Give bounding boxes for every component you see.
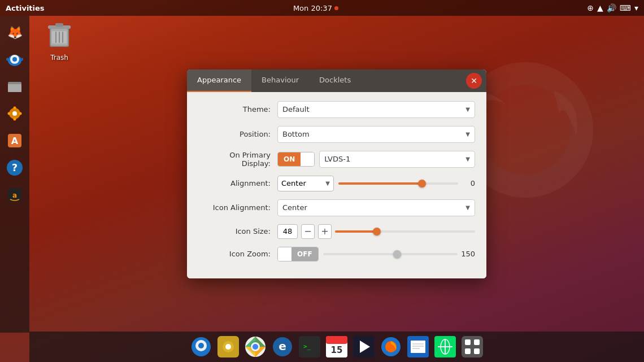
position-row: Position: Bottom ▼ [198,126,475,143]
icon-zoom-toggle[interactable]: OFF [277,247,319,261]
primary-display-toggle[interactable]: ON [277,152,315,167]
svg-text:a: a [12,191,17,199]
svg-point-10 [8,112,11,115]
record-indicator [334,6,338,10]
alignment-slider-fill [338,182,422,185]
svg-rect-61 [474,339,480,345]
sidebar-icon-amazon[interactable]: a [3,183,27,207]
sidebar-icon-firefox[interactable]: 🦊 [3,20,27,44]
chevron-down-icon: ▼ [465,131,470,137]
chevron-down-icon: ▼ [325,180,330,186]
svg-point-2 [12,57,17,62]
tab-behaviour[interactable]: Behaviour [251,69,309,92]
icon-size-value: 48 [277,224,298,239]
dock-icon-internet-explorer[interactable]: e [270,334,295,359]
sidebar-icon-appstore[interactable]: A [3,129,27,152]
alignment-control: Center ▼ 0 [277,176,475,191]
svg-point-11 [19,112,22,115]
monitor-select[interactable]: LVDS-1 ▼ [319,151,475,168]
primary-display-control: ON LVDS-1 ▼ [277,151,475,168]
icon-size-plus-button[interactable]: + [318,224,332,239]
alignment-slider-track[interactable] [338,182,458,185]
theme-select[interactable]: Default ▼ [277,101,475,118]
power-icon[interactable]: ▾ [634,3,638,12]
zoom-toggle-left [278,247,291,261]
svg-point-9 [14,118,16,121]
system-tray: ⊕ ▲ 🔊 ⌨ ▾ [587,3,638,12]
icon-zoom-control: OFF 150 [277,247,475,261]
svg-text:A: A [11,136,19,146]
sidebar-icon-settings[interactable] [3,102,27,125]
icon-zoom-slider-container: 150 [323,250,475,258]
svg-point-33 [225,344,231,350]
icon-size-slider-container [335,230,475,233]
dock-icon-firefox[interactable] [378,334,403,359]
position-control: Bottom ▼ [277,126,475,143]
icon-zoom-row: Icon Zoom: OFF 150 [198,247,475,261]
dialog-tabs: Appearance Behaviour Docklets [187,69,462,92]
chevron-down-icon: ▼ [465,106,470,112]
icon-zoom-slider-track[interactable] [323,253,458,255]
theme-row: Theme: Default ▼ [198,101,475,118]
dock-icon-chrome[interactable] [243,334,268,359]
svg-rect-44 [326,336,347,344]
icon-size-slider-track[interactable] [335,230,475,233]
dock-icon-video[interactable] [351,334,376,359]
dock-icon-writer[interactable] [406,334,430,359]
svg-rect-60 [465,339,471,345]
dialog-body: Theme: Default ▼ Position: Bottom ▼ [187,92,486,278]
icon-size-slider-thumb[interactable] [373,228,381,235]
theme-label: Theme: [198,105,277,114]
alignment-row: Alignment: Center ▼ 0 [198,176,475,191]
close-button[interactable]: ✕ [466,73,482,89]
position-select[interactable]: Bottom ▼ [277,126,475,143]
zoom-toggle-off-label: OFF [291,247,318,261]
icon-alignment-select[interactable]: Center ▼ [277,199,475,216]
svg-rect-5 [9,82,15,84]
icon-alignment-control: Center ▼ [277,199,475,216]
icon-size-label: Icon Size: [198,227,277,235]
icon-alignment-label: Icon Alignment: [198,203,277,212]
dialog-titlebar: Appearance Behaviour Docklets ✕ [187,69,486,92]
icon-size-row: Icon Size: 48 − + [198,224,475,239]
location-icon: ⊕ [587,3,594,12]
topbar: Activities Mon 20:37 ⊕ ▲ 🔊 ⌨ ▾ [0,0,644,16]
chevron-down-icon: ▼ [465,156,470,162]
svg-text:?: ? [12,162,18,173]
primary-display-row: On Primary Display: ON LVDS-1 ▼ [198,151,475,168]
svg-text:>_: >_ [303,343,311,350]
dialog-overlay: Appearance Behaviour Docklets ✕ Theme: D… [29,16,644,332]
dock-icon-terminal[interactable]: >_ [297,334,322,359]
plank-preferences-dialog: Appearance Behaviour Docklets ✕ Theme: D… [187,69,486,278]
dock-icon-show-apps[interactable] [460,334,485,359]
alignment-group: Center ▼ 0 [277,176,475,191]
bottom-dock: e >_ 15 [29,332,644,362]
sidebar-icon-help[interactable]: ? [3,156,27,180]
dock-icon-calendar[interactable]: 15 [324,334,349,359]
sidebar-icon-files[interactable] [3,75,27,98]
toggle-slider [301,152,314,166]
chevron-down-icon: ▼ [465,204,470,211]
activities-button[interactable]: Activities [6,4,45,12]
dock-icon-thunderbird[interactable] [189,334,214,359]
sidebar-icon-thunderbird[interactable] [3,47,27,71]
theme-control: Default ▼ [277,101,475,118]
alignment-value: 0 [462,179,475,187]
icon-size-minus-button[interactable]: − [301,224,315,239]
dock-icon-network[interactable] [433,334,458,359]
alignment-slider-thumb[interactable] [418,180,426,187]
svg-rect-63 [474,348,480,354]
primary-display-label: On Primary Display: [198,151,277,168]
icon-zoom-label: Icon Zoom: [198,250,277,258]
topbar-clock: Mon 20:37 [293,4,338,12]
alignment-select[interactable]: Center ▼ [277,176,334,191]
tab-appearance[interactable]: Appearance [187,69,251,92]
icon-alignment-row: Icon Alignment: Center ▼ [198,199,475,216]
icon-zoom-slider-thumb[interactable] [393,250,401,258]
svg-rect-59 [462,336,483,357]
dock-icon-settings[interactable] [216,334,241,359]
svg-point-7 [12,111,17,116]
tab-docklets[interactable]: Docklets [309,69,361,92]
svg-point-30 [198,343,204,348]
alignment-label: Alignment: [198,179,277,187]
